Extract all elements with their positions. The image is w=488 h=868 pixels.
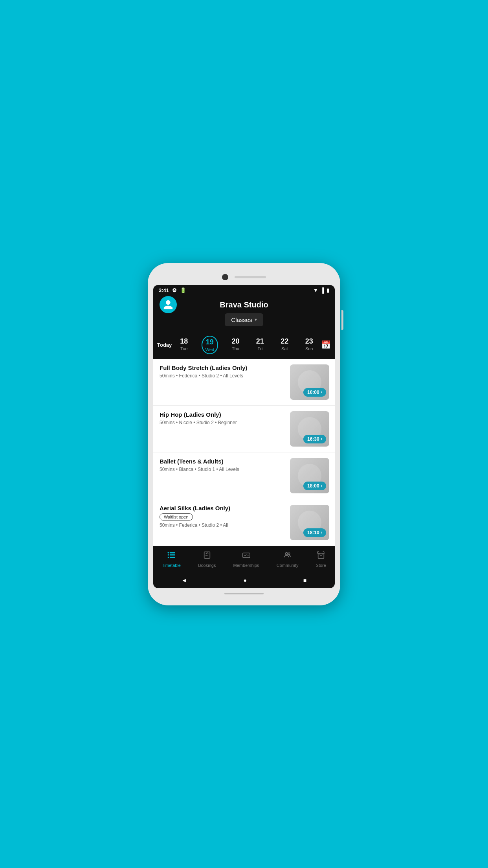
- nav-label-timetable: Timetable: [162, 563, 181, 568]
- class-meta-1: 50mins • Federica • Studio 2 • All Level…: [160, 373, 286, 379]
- status-right: ▼ ▐ ▮: [313, 287, 329, 293]
- date-item-thu[interactable]: 20 Thu: [228, 336, 242, 354]
- home-button[interactable]: ●: [235, 576, 254, 585]
- class-name-1: Full Body Stretch (Ladies Only): [160, 364, 286, 371]
- nav-label-memberships: Memberships: [233, 563, 259, 568]
- svg-point-8: [285, 552, 288, 555]
- class-thumb-3: 18:00 ›: [290, 458, 329, 493]
- class-info-4: Aerial Silks (Ladies Only) Waitlist open…: [160, 505, 286, 540]
- nav-item-memberships[interactable]: Memberships: [229, 549, 263, 569]
- class-name-4: Aerial Silks (Ladies Only): [160, 505, 286, 511]
- today-label: Today: [157, 342, 172, 348]
- time-value-3: 18:00: [307, 483, 319, 489]
- calendar-icon[interactable]: 📅: [321, 340, 331, 349]
- class-thumb-2: 16:30 ›: [290, 411, 329, 447]
- bottom-indicator: [224, 593, 264, 594]
- class-info-2: Hip Hop (Ladies Only) 50mins • Nicole • …: [160, 411, 286, 447]
- date-days: 18 Tue 19 Wed 20 Thu 21 Fri 22 Sat: [172, 336, 321, 354]
- wifi-icon: ▼: [313, 287, 318, 293]
- date-day-sun: Sun: [305, 346, 313, 351]
- time-badge-4[interactable]: 18:10 ›: [303, 528, 326, 537]
- speaker: [235, 276, 266, 278]
- date-item-fri[interactable]: 21 Fri: [253, 336, 267, 354]
- nav-label-bookings: Bookings: [198, 563, 216, 568]
- class-thumb-4: 18:10 ›: [290, 505, 329, 540]
- nav-label-community: Community: [277, 563, 299, 568]
- class-info-1: Full Body Stretch (Ladies Only) 50mins •…: [160, 364, 286, 400]
- class-item-2[interactable]: Hip Hop (Ladies Only) 50mins • Nicole • …: [153, 406, 335, 452]
- time-badge-2[interactable]: 16:30 ›: [303, 435, 326, 443]
- date-day-fri: Fri: [257, 346, 262, 351]
- chevron-right-icon-3: ›: [321, 484, 322, 488]
- phone-screen: 3:41 ⚙ 🔋 ▼ ▐ ▮ Brava Studio Clas: [153, 285, 335, 588]
- user-avatar-icon: [163, 299, 174, 310]
- date-day-wed: Wed: [205, 347, 214, 352]
- app-header: Brava Studio Classes ▾: [153, 296, 335, 333]
- phone-bottom-bar: [153, 588, 335, 598]
- date-item-sat[interactable]: 22 Sat: [277, 336, 292, 354]
- bookings-icon: [203, 551, 211, 561]
- signal-icon: ▐: [321, 287, 324, 293]
- nav-item-community[interactable]: Community: [273, 549, 303, 569]
- date-item-tue[interactable]: 18 Tue: [177, 336, 191, 354]
- battery-saver-icon: 🔋: [180, 287, 186, 293]
- svg-rect-10: [318, 553, 324, 558]
- back-button[interactable]: ◄: [174, 576, 195, 585]
- timetable-icon: [167, 551, 176, 561]
- class-item-4[interactable]: Aerial Silks (Ladies Only) Waitlist open…: [153, 499, 335, 546]
- classes-dropdown-button[interactable]: Classes ▾: [225, 313, 263, 326]
- svg-rect-3: [170, 554, 175, 555]
- camera: [222, 274, 228, 280]
- status-bar: 3:41 ⚙ 🔋 ▼ ▐ ▮: [153, 285, 335, 296]
- app-title: Brava Studio: [220, 300, 268, 309]
- date-num-22: 22: [281, 337, 288, 346]
- community-icon: [283, 551, 292, 561]
- avatar[interactable]: [160, 296, 177, 313]
- date-item-sun[interactable]: 23 Sun: [302, 336, 316, 354]
- class-meta-4: 50mins • Federica • Studio 2 • All: [160, 522, 286, 529]
- date-num-19: 19: [206, 338, 214, 346]
- date-strip: Today 18 Tue 19 Wed 20 Thu 21 Fri: [153, 333, 335, 359]
- date-num-23: 23: [305, 337, 313, 346]
- nav-item-store[interactable]: Store: [312, 549, 330, 569]
- svg-point-9: [288, 553, 290, 555]
- nav-item-timetable[interactable]: Timetable: [158, 549, 185, 569]
- class-meta-3: 50mins • Bianca • Studio 1 • All Levels: [160, 466, 286, 473]
- bottom-nav: Timetable Bookings: [153, 546, 335, 572]
- waitlist-badge: Waitlist open: [160, 513, 193, 520]
- date-day-tue: Tue: [180, 346, 188, 351]
- time-badge-3[interactable]: 18:00 ›: [303, 482, 326, 490]
- android-nav-bar: ◄ ● ■: [153, 572, 335, 588]
- chevron-down-icon: ▾: [255, 317, 257, 322]
- svg-rect-1: [170, 552, 175, 553]
- settings-icon: ⚙: [172, 287, 177, 293]
- store-icon: [317, 551, 325, 561]
- svg-rect-4: [168, 557, 169, 558]
- date-day-sat: Sat: [281, 346, 288, 351]
- class-name-3: Ballet (Teens & Adults): [160, 458, 286, 465]
- date-num-18: 18: [180, 337, 188, 346]
- time-value-2: 16:30: [307, 436, 319, 442]
- class-info-3: Ballet (Teens & Adults) 50mins • Bianca …: [160, 458, 286, 493]
- class-name-2: Hip Hop (Ladies Only): [160, 411, 286, 418]
- phone-top-bar: [153, 271, 335, 285]
- recents-button[interactable]: ■: [295, 576, 314, 585]
- date-item-wed-active[interactable]: 19 Wed: [202, 336, 218, 354]
- volume-button: [341, 310, 343, 330]
- date-num-20: 20: [231, 337, 239, 346]
- time-value-4: 18:10: [307, 530, 319, 535]
- classes-list: Full Body Stretch (Ladies Only) 50mins •…: [153, 359, 335, 546]
- class-meta-2: 50mins • Nicole • Studio 2 • Beginner: [160, 419, 286, 426]
- svg-rect-2: [168, 554, 169, 555]
- svg-rect-0: [168, 552, 169, 553]
- nav-label-store: Store: [316, 563, 326, 568]
- date-day-thu: Thu: [232, 346, 239, 351]
- status-left: 3:41 ⚙ 🔋: [159, 287, 186, 293]
- time-badge-1[interactable]: 10:00 ›: [303, 388, 326, 397]
- class-item-3[interactable]: Ballet (Teens & Adults) 50mins • Bianca …: [153, 452, 335, 499]
- battery-icon: ▮: [327, 287, 329, 293]
- chevron-right-icon-2: ›: [321, 437, 322, 441]
- class-item-1[interactable]: Full Body Stretch (Ladies Only) 50mins •…: [153, 359, 335, 406]
- nav-item-bookings[interactable]: Bookings: [194, 549, 220, 569]
- dropdown-label: Classes: [231, 316, 252, 323]
